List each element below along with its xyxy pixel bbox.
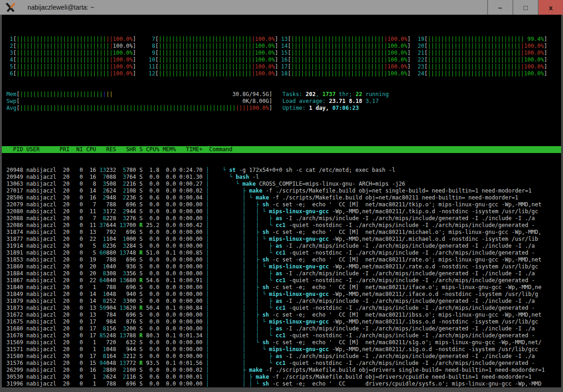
process-row[interactable]: 31891 nabijaczl 20 0 5 60880 13748 R 51.… (2, 250, 561, 256)
column-header-res[interactable]: RES (99, 146, 119, 153)
process-row[interactable]: 31860 nabijaczl 20 0 20 1040 936 S 0.0 0… (2, 263, 561, 270)
uptime: Uptime: 1 day, 07:06:23 (282, 105, 359, 112)
tasks-summary: Tasks: 202, 1737 thr; 22 running (282, 91, 389, 98)
close-button[interactable]: x (538, 0, 563, 15)
process-row[interactable]: 30530 nabijaczl 20 0 1 2624 2116 S 0.6 0… (2, 374, 561, 381)
column-header-time[interactable]: TIME+ (179, 146, 206, 153)
process-command: │ │ │ └ mips-linux-gnu-gcc -Wp,-MMD,net/… (206, 208, 538, 215)
window-title: nabijaczleweli@tarta: ~ (28, 4, 94, 11)
process-row[interactable]: 31877 nabijaczl 20 0 22 1104 1000 S 0.0 … (2, 236, 561, 243)
process-command: │ │ ├ sh -c set -e; echo ' CC [M] net/ma… (206, 312, 542, 318)
cpu-meter-1: 1[|||||||||||||||||||||||||||||100.0%] (6, 36, 136, 43)
process-command: │ │ │ └ mips-linux-gnu-gcc -Wp,-MMD,driv… (206, 387, 538, 392)
column-header-s[interactable]: S (139, 146, 146, 153)
blank-line (6, 125, 557, 132)
process-row[interactable]: 31576 nabijaczl 20 0 15 94048 13772 R 93… (2, 360, 561, 367)
process-row[interactable]: 20948 nabijaczl 20 0 16 13232 5780 S 1.8… (2, 167, 561, 174)
cpu-meter-23: 23[|||||||||||||||||||||||||||||100.0%] (418, 63, 547, 70)
cpu-meter-17: 17[|||||||||||||||||||||||||||||100.0%] (281, 63, 411, 70)
process-command: │ │ │ └ cc1 -quiet -nostdinc -I ./arch/m… (206, 277, 535, 284)
column-header-mem[interactable]: MEM% (163, 146, 179, 153)
cpu-meter-22: 22[|||||||||||||||||||||||||||||100.0%] (418, 57, 547, 63)
process-row[interactable]: 20949 nabijaczl 20 0 16 7088 3764 S 0.0 … (2, 174, 561, 181)
process-row[interactable]: 31678 nabijaczl 20 0 17 85248 13788 R 80… (2, 332, 561, 339)
process-row[interactable]: 28506 nabijaczl 20 0 16 2948 2236 S 0.6 … (2, 194, 561, 201)
cpu-meter-6: 6[|||||||||||||||||||||||||||||100.0%] (6, 70, 136, 77)
cpu-meter-18: 18[|||||||||||||||||||||||||||||100.0%] (281, 70, 411, 77)
process-row[interactable]: 31874 nabijaczl 20 0 13 792 696 S 0.0 0.… (2, 229, 561, 236)
memory-meters: Mem[|||||||||||||||||||||||||||| 30.8G/9… (6, 91, 557, 112)
cpu-meter-16: 16[|||||||||||||||||||||||||||||100.0%] (281, 57, 411, 63)
minimize-button[interactable]: – (487, 0, 512, 15)
process-row[interactable]: 31840 nabijaczl 20 0 1 788 696 S 0.0 0.0… (2, 284, 561, 291)
cpu-meter-24: 24[|||||||||||||||||||||||||||||100.0%] (418, 70, 547, 77)
window-controls: – □ x (487, 0, 563, 15)
cpu-meter-11: 11[|||||||||||||||||||||||||||||100.0%] (149, 63, 278, 70)
process-command: │ │ └ mips-linux-gnu-gcc -Wp,-MMD,net/ma… (206, 346, 538, 352)
process-command: │ │ │ └ mips-linux-gnu-gcc -Wp,-MMD,net/… (206, 291, 538, 297)
process-row[interactable]: 31873 nabijaczl 20 0 13 59904 13620 R 50… (2, 305, 561, 312)
process-row[interactable]: 31680 nabijaczl 20 0 17 8156 3200 S 0.0 … (2, 325, 561, 332)
titlebar[interactable]: nabijaczleweli@tarta: ~ – □ x (0, 0, 563, 15)
process-command: │ │ ├ sh -c set -e; echo ' CC [M] net/ma… (206, 229, 542, 235)
process-row[interactable]: 31996 nabijaczl 20 0 1 788 696 S 0.0 0.0… (2, 381, 561, 387)
cpu-meter-3: 3[|||||||||||||||||||||||||||||100.0%] (6, 50, 136, 57)
process-row[interactable]: 26299 nabijaczl 20 0 16 2880 2100 S 0.0 … (2, 367, 561, 374)
cpu-meter-2: 2[|||||||||||||||||||||||||||||100.0%] (6, 43, 136, 50)
process-row[interactable]: 32086 nabijaczl 20 0 11 37644 13700 R 25… (2, 222, 561, 229)
cpu-meter-7: 7[|||||||||||||||||||||||||||||100.0%] (149, 36, 278, 43)
process-row[interactable]: 31849 nabijaczl 20 0 14 1048 940 S 0.0 0… (2, 291, 561, 298)
process-row[interactable]: 31672 nabijaczl 20 0 13 784 696 S 0.0 0.… (2, 312, 561, 318)
process-row[interactable]: 31997 nabijaczl 20 0 1 1108 1000 S 0.0 0… (2, 387, 561, 392)
cpu-meter-21: 21[|||||||||||||||||||||||||||||100.0%] (418, 50, 547, 57)
process-row[interactable]: 31853 nabijaczl 20 0 19 788 696 S 0.0 0.… (2, 256, 561, 263)
process-command: │ │ │ └ cc1 -quiet -nostdinc -I ./arch/m… (206, 305, 535, 311)
column-header-cpu[interactable]: CPU% (146, 146, 163, 153)
cpu-meter-20: 20[|||||||||||||||||||||||||||||100.0%] (418, 43, 547, 50)
process-command: │ │ │ └ cc1 -quiet -nostdinc -I ./arch/m… (206, 332, 535, 339)
process-row[interactable]: 31879 nabijaczl 20 0 14 8252 3300 S 0.0 … (2, 298, 561, 305)
swap-meter: Swp[ 0K/8.00G] (6, 98, 272, 104)
terminal-window: nabijaczleweli@tarta: ~ – □ x 1[||||||||… (0, 0, 563, 392)
x11-logo-icon (6, 3, 16, 12)
load-average: Load average: 23.71 8.18 3.17 (282, 98, 379, 105)
process-row[interactable]: 27017 nabijaczl 20 0 14 2624 2108 S 0.0 … (2, 187, 561, 194)
process-row[interactable]: 31867 nabijaczl 20 0 22 64040 13680 R 54… (2, 277, 561, 284)
cpu-meter-9: 9[|||||||||||||||||||||||||||||100.0%] (149, 50, 278, 57)
process-row[interactable]: 31884 nabijaczl 20 0 20 8308 3356 S 0.0 … (2, 270, 561, 277)
process-command: │ └ st -g 172x54+0+0 sh -c cat /etc/motd… (206, 167, 396, 173)
maximize-button[interactable]: □ (512, 0, 538, 15)
column-header-ni[interactable]: NI (73, 146, 86, 153)
column-header-pri[interactable]: PRI (60, 146, 73, 153)
column-header-command[interactable]: Command (206, 146, 233, 153)
process-command: │ ├ make -f ./scripts/Makefile.build obj… (206, 187, 532, 194)
process-command: │ │ ├ sh -c set -e; echo ' CC [M] net/ma… (206, 284, 542, 290)
process-row[interactable]: 31571 nabijaczl 20 0 1 1048 944 S 0.0 0.… (2, 346, 561, 353)
memory-meter: Mem[|||||||||||||||||||||||||||| 30.8G/9… (6, 91, 272, 97)
process-command: │ │ ├ sh -c set -e; echo ' CC [M] net/ma… (206, 256, 542, 263)
process-command: │ └ make CROSS_COMPILE=mips-linux-gnu- A… (206, 181, 406, 187)
process-command: │ └ bash -l (206, 174, 259, 180)
process-command: │ │ │ └ cc1 -quiet -nostdinc -I ./arch/m… (206, 250, 535, 256)
process-command: │ │ ├ as -I ./arch/mips/include -I ./arc… (206, 353, 535, 359)
cpu-meter-13: 13[|||||||||||||||||||||||||||||100.0%] (281, 36, 411, 43)
process-row[interactable]: 32080 nabijaczl 20 0 11 3172 2944 S 0.0 … (2, 208, 561, 215)
process-row[interactable]: 31580 nabijaczl 20 0 17 8164 3212 S 0.0 … (2, 353, 561, 360)
cpu-meter-12: 12[|||||||||||||||||||||||||||||100.0%] (149, 70, 278, 77)
column-header-user[interactable]: USER (26, 146, 59, 153)
column-header-cpu[interactable]: CPU (86, 146, 99, 153)
avg-cpu-meter: Avg[||||||||||||||||||||||||||||||||||||… (6, 105, 272, 111)
process-row[interactable]: 31569 nabijaczl 20 0 1 720 632 S 0.0 0.0… (2, 339, 561, 346)
process-row[interactable]: 32088 nabijaczl 20 0 7 8228 3276 S 0.0 0… (2, 215, 561, 222)
process-command: │ │ └ make -f ./scripts/Makefile.build o… (206, 194, 518, 201)
process-command: │ │ │ └ mips-linux-gnu-gcc -Wp,-MMD,net/… (206, 318, 538, 325)
column-header-pid[interactable]: PID (6, 146, 26, 153)
process-command: │ │ │ └ sh -c set -e; echo ' CC drivers/… (206, 381, 542, 387)
column-header-shr[interactable]: SHR (120, 146, 139, 153)
process-row[interactable]: 31914 nabijaczl 20 0 5 8236 3284 S 0.0 0… (2, 243, 561, 250)
process-row[interactable]: 32079 nabijaczl 20 0 7 788 696 S 0.0 0.0… (2, 201, 561, 208)
process-row[interactable]: 13063 nabijaczl 20 0 8 3508 2216 S 0.0 0… (2, 181, 561, 187)
process-row[interactable]: 31675 nabijaczl 20 0 17 984 876 S 0.0 0.… (2, 318, 561, 325)
cpu-meter-15: 15[|||||||||||||||||||||||||||||100.0%] (281, 50, 411, 57)
cpu-meter-8: 8[|||||||||||||||||||||||||||||100.0%] (149, 43, 278, 50)
